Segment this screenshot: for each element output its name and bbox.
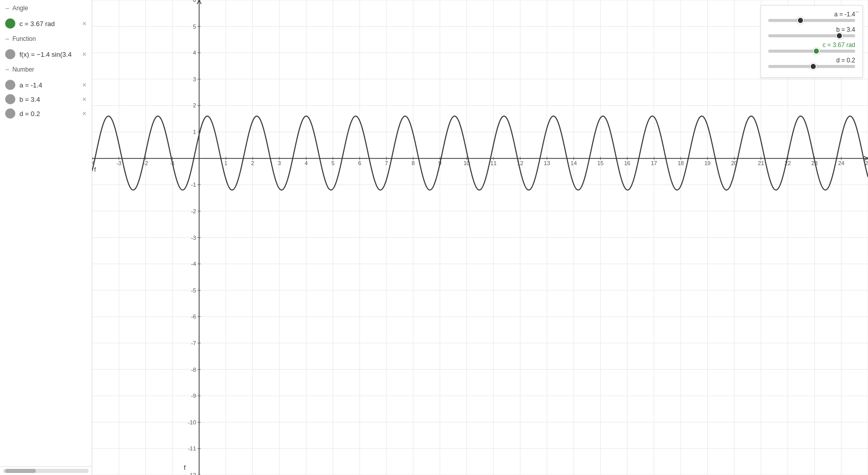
slider-row-d: d = 0.2 — [768, 57, 855, 68]
slider-track-d[interactable] — [768, 65, 855, 68]
slider-track-a[interactable] — [768, 19, 855, 22]
item-dot-fx[interactable] — [5, 49, 15, 59]
slider-label-b: b = 3.4 — [768, 26, 855, 33]
close-btn-c[interactable]: × — [81, 19, 88, 28]
sliders-panel: − a = -1.4b = 3.4c = 3.67 radd = 0.2 — [761, 5, 863, 78]
close-btn-fx[interactable]: × — [81, 50, 88, 58]
slider-thumb-c[interactable] — [813, 48, 820, 55]
sidebar-item-fx: f(x) = −1.4 sin(3.4× — [0, 47, 92, 61]
slider-label-a: a = -1.4 — [768, 11, 855, 18]
slider-thumb-b[interactable] — [836, 32, 843, 39]
slider-row-a: a = -1.4 — [768, 11, 855, 22]
graph-canvas — [92, 0, 868, 475]
sidebar-item-b: b = 3.4× — [0, 92, 92, 106]
sidebar-item-c: c = 3.67 rad× — [0, 16, 92, 31]
slider-track-c[interactable] — [768, 50, 855, 53]
slider-label-c: c = 3.67 rad — [768, 41, 855, 49]
collapse-icon: − — [5, 65, 9, 74]
item-label-b: b = 3.4 — [19, 96, 81, 103]
graph-area: f − a = -1.4b = 3.4c = 3.67 radd = 0.2 — [92, 0, 868, 475]
close-btn-a[interactable]: × — [81, 81, 88, 89]
section-label-number: Number — [12, 66, 34, 73]
sidebar-item-d: d = 0.2× — [0, 106, 92, 121]
close-btn-b[interactable]: × — [81, 95, 88, 103]
sidebar-scrollbar[interactable] — [0, 466, 92, 475]
item-label-c: c = 3.67 rad — [19, 20, 81, 28]
sidebar: −Anglec = 3.67 rad×−Functionf(x) = −1.4 … — [0, 0, 92, 475]
item-label-d: d = 0.2 — [19, 110, 81, 118]
item-label-fx: f(x) = −1.4 sin(3.4 — [19, 51, 81, 58]
collapse-icon: − — [5, 4, 9, 12]
item-label-a: a = -1.4 — [19, 81, 81, 89]
item-dot-c[interactable] — [5, 18, 15, 29]
slider-row-b: b = 3.4 — [768, 26, 855, 37]
item-dot-d[interactable] — [5, 108, 15, 119]
section-label-angle: Angle — [12, 5, 28, 12]
section-header-function[interactable]: −Function — [0, 31, 92, 47]
collapse-icon: − — [5, 35, 9, 43]
close-btn-d[interactable]: × — [81, 109, 88, 118]
slider-track-b[interactable] — [768, 34, 855, 37]
section-header-angle[interactable]: −Angle — [0, 0, 92, 16]
item-dot-a[interactable] — [5, 80, 15, 90]
slider-row-c: c = 3.67 rad — [768, 41, 855, 53]
sliders-panel-close[interactable]: − — [855, 8, 859, 16]
slider-thumb-a[interactable] — [797, 17, 804, 24]
item-dot-b[interactable] — [5, 94, 15, 104]
section-label-function: Function — [12, 35, 36, 42]
sidebar-item-a: a = -1.4× — [0, 78, 92, 92]
slider-thumb-d[interactable] — [810, 63, 817, 70]
section-header-number[interactable]: −Number — [0, 61, 92, 78]
